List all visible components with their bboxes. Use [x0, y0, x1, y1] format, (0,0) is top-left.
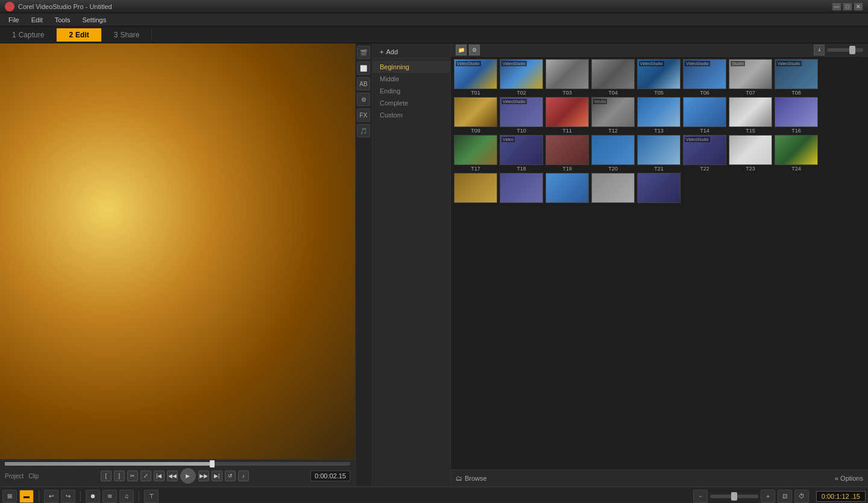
thumb-T01[interactable]: VideoStudioT01: [453, 59, 498, 96]
media-icon[interactable]: 🎬: [357, 46, 370, 59]
menu-tools[interactable]: Tools: [49, 15, 77, 25]
tab-share[interactable]: 3 Share: [102, 28, 153, 42]
thumb-row-1: VideoStudioT01 VideoStudioT02 T03 T04 Vi…: [453, 59, 866, 96]
collapse-button[interactable]: « Options: [835, 475, 863, 482]
timeline-view-button[interactable]: ▬: [19, 490, 34, 503]
add-icon: +: [380, 48, 383, 55]
thumb-T18[interactable]: VideoT18: [499, 135, 544, 172]
thumb-T09[interactable]: T09: [453, 97, 498, 134]
zoom-slider[interactable]: [710, 495, 758, 498]
maximize-button[interactable]: □: [843, 2, 852, 11]
thumb-row-4: [453, 173, 866, 203]
thumb-T14[interactable]: T14: [682, 97, 727, 134]
play-button[interactable]: ▶: [180, 468, 196, 484]
tabs-bar: 1 Capture 2 Edit 3 Share: [0, 27, 868, 43]
thumb-partial3[interactable]: [545, 173, 590, 203]
thumb-T02[interactable]: VideoStudioT02: [499, 59, 544, 96]
step-forward-button[interactable]: ▶▶: [198, 470, 209, 481]
redo-button[interactable]: ↪: [61, 490, 75, 503]
time-icon[interactable]: ⏱: [794, 490, 809, 503]
category-custom[interactable]: Custom: [373, 109, 450, 121]
thumb-T10[interactable]: VideoStudioT10: [499, 97, 544, 134]
thumb-T19[interactable]: T19: [545, 135, 590, 172]
thumb-T06[interactable]: VideoStudioT06: [682, 59, 727, 96]
thumb-T16[interactable]: T16: [774, 97, 819, 134]
playhead-thumb[interactable]: [210, 460, 215, 467]
thumb-T13[interactable]: T13: [637, 97, 681, 134]
menu-settings[interactable]: Settings: [76, 15, 112, 25]
thumb-T23[interactable]: T23: [728, 135, 773, 172]
thumb-T20[interactable]: T20: [591, 135, 635, 172]
rewind-start-button[interactable]: |◀: [154, 470, 165, 481]
thumb-T12[interactable]: MediaT12: [591, 97, 635, 134]
category-beginning[interactable]: Beginning: [373, 61, 450, 73]
thumb-row-3: T17 VideoT18 T19 T20 T21 VideoStudioT22 …: [453, 135, 866, 172]
storyboard-view-button[interactable]: ⊞: [2, 490, 17, 503]
thumb-T05[interactable]: VideoStudioT05: [637, 59, 681, 96]
right-panel: 🎬 ⬜ AB ⚙ FX 🎵 + Add Beginning Middle End…: [356, 43, 868, 486]
thumb-partial5[interactable]: [637, 173, 681, 203]
minimize-button[interactable]: —: [832, 2, 841, 11]
thumb-partial4[interactable]: [591, 173, 635, 203]
subtitle-button[interactable]: ⊤: [144, 490, 159, 503]
fit-button[interactable]: ⊡: [778, 490, 792, 503]
clip-split-button[interactable]: ✂: [127, 470, 138, 481]
forward-end-button[interactable]: ▶|: [212, 470, 222, 481]
settings-icon[interactable]: ⚙: [469, 45, 480, 55]
zoom-out-button[interactable]: －: [693, 490, 708, 503]
zoom-control: － ＋ ⊡ ⏱ 0:00:1:12 .15: [693, 490, 866, 503]
graphics-icon[interactable]: ⚙: [357, 93, 370, 106]
preview-controls: Project Clip [ ] ✂ ⤢ |◀ ◀◀ ▶ ▶▶ ▶| ↺ ♪ 0…: [0, 459, 355, 486]
effects-area: 🎬 ⬜ AB ⚙ FX 🎵 + Add Beginning Middle End…: [356, 43, 868, 486]
transitions-icon[interactable]: ⬜: [357, 61, 370, 75]
undo-button[interactable]: ↩: [44, 490, 58, 503]
audio-mix-button[interactable]: ≋: [102, 490, 117, 503]
window-controls: — □ ✕: [832, 2, 863, 11]
thumb-T03[interactable]: T03: [545, 59, 590, 96]
separator-3: [139, 491, 139, 502]
control-row: Project Clip [ ] ✂ ⤢ |◀ ◀◀ ▶ ▶▶ ▶| ↺ ♪ 0…: [5, 468, 350, 484]
sort-icon[interactable]: ⤓: [814, 45, 825, 55]
category-middle[interactable]: Middle: [373, 73, 450, 85]
category-complete[interactable]: Complete: [373, 97, 450, 109]
step-back-button[interactable]: ◀◀: [167, 470, 178, 481]
category-ending[interactable]: Ending: [373, 85, 450, 97]
browse-area: 🗂 Browse « Options: [451, 469, 868, 486]
zoom-in-button[interactable]: ＋: [761, 490, 775, 503]
main-content: Project Clip [ ] ✂ ⤢ |◀ ◀◀ ▶ ▶▶ ▶| ↺ ♪ 0…: [0, 43, 868, 486]
playback-buttons: [ ] ✂ ⤢ |◀ ◀◀ ▶ ▶▶ ▶| ↺ ♪: [101, 468, 249, 484]
thumb-partial2[interactable]: [499, 173, 544, 203]
browse-button[interactable]: 🗂 Browse: [456, 475, 487, 482]
fx-icon[interactable]: FX: [357, 108, 370, 122]
tab-capture[interactable]: 1 Capture: [0, 28, 57, 42]
mark-out-button[interactable]: ]: [114, 470, 125, 481]
thumb-T21[interactable]: T21: [637, 135, 681, 172]
volume-button[interactable]: ♪: [238, 470, 249, 481]
thumb-T15[interactable]: T15: [728, 97, 773, 134]
tab-edit[interactable]: 2 Edit: [57, 28, 101, 42]
thumb-T17[interactable]: T17: [453, 135, 498, 172]
thumb-T22[interactable]: VideoStudioT22: [682, 135, 727, 172]
menu-file[interactable]: File: [2, 15, 25, 25]
auto-music-button[interactable]: ♫: [119, 490, 134, 503]
titles-icon[interactable]: AB: [357, 77, 370, 90]
project-label: Project: [5, 473, 24, 480]
thumb-T07[interactable]: StudioT07: [728, 59, 773, 96]
repeat-button[interactable]: ↺: [225, 470, 236, 481]
thumb-row-2: T09 VideoStudioT10 T11 MediaT12 T13 T14 …: [453, 97, 866, 134]
zoom-slider[interactable]: [827, 48, 863, 52]
mark-in-button[interactable]: [: [101, 470, 112, 481]
thumb-T04[interactable]: T04: [591, 59, 635, 96]
thumb-T11[interactable]: T11: [545, 97, 590, 134]
preview-timeline[interactable]: [5, 462, 350, 466]
thumb-T24[interactable]: T24: [774, 135, 819, 172]
menu-edit[interactable]: Edit: [25, 15, 49, 25]
folder-icon[interactable]: 📁: [456, 45, 467, 55]
record-button[interactable]: ⏺: [86, 490, 100, 503]
thumb-partial1[interactable]: [453, 173, 498, 203]
close-button[interactable]: ✕: [854, 2, 863, 11]
thumb-T08[interactable]: VideoStudioT08: [774, 59, 819, 96]
audio-icon[interactable]: 🎵: [357, 124, 370, 137]
fullscreen-button[interactable]: ⤢: [140, 470, 151, 481]
add-button[interactable]: + Add: [373, 46, 450, 58]
